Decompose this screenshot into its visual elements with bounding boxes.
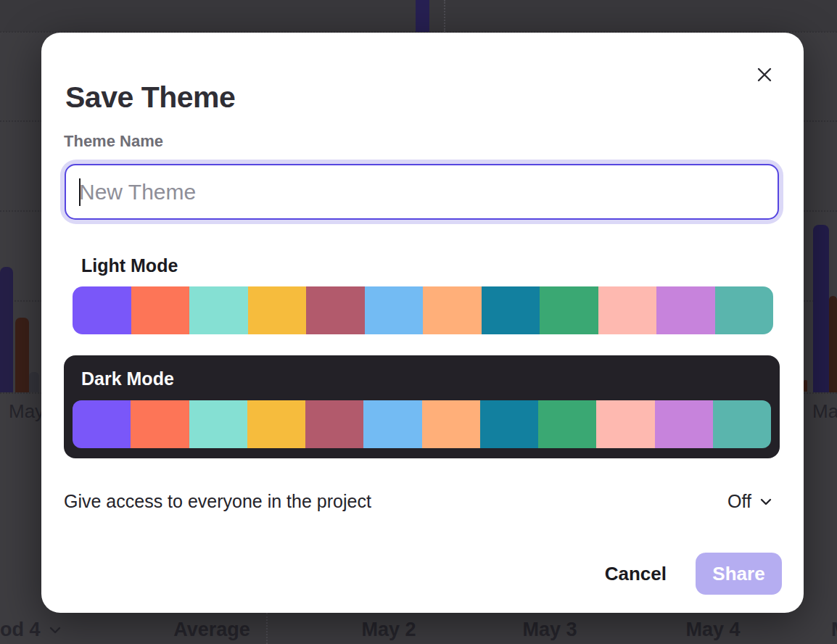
color-swatch-6 [365, 286, 424, 334]
axis-label-text: M [831, 619, 837, 641]
x-axis-label-right: Ma [812, 400, 837, 423]
color-swatch-11 [655, 400, 713, 448]
modal-title: Save Theme [65, 80, 235, 115]
x-axis-label-left: May [9, 400, 44, 423]
color-swatch-3 [189, 286, 248, 334]
color-swatch-5 [305, 400, 363, 448]
color-swatch-1 [73, 286, 131, 334]
gridline-vertical [444, 0, 445, 32]
access-value: Off [727, 491, 751, 512]
bar-right-indigo [813, 225, 829, 392]
gridline-vertical [266, 613, 268, 644]
color-swatch-2 [131, 400, 189, 448]
access-dropdown[interactable]: Off [727, 491, 772, 512]
axis-label-text: May 3 [522, 619, 577, 641]
theme-name-label: Theme Name [64, 132, 163, 151]
access-row: Give access to everyone in the project O… [64, 491, 788, 512]
close-icon[interactable] [749, 59, 780, 91]
dark-mode-label: Dark Mode [81, 368, 174, 389]
theme-name-input[interactable] [65, 164, 779, 220]
bar-left-indigo [0, 267, 13, 392]
chevron-down-icon [49, 627, 61, 634]
axis-label-may-3: May 3 [522, 619, 577, 641]
color-swatch-9 [540, 286, 598, 334]
modal-footer: Cancel Share [605, 553, 782, 595]
dark-mode-card: Dark Mode [64, 355, 780, 458]
color-swatch-4 [247, 400, 305, 448]
color-swatch-8 [482, 286, 540, 334]
bar-top-indigo [416, 0, 429, 32]
color-swatch-6 [363, 400, 421, 448]
color-swatch-2 [131, 286, 190, 334]
color-swatch-5 [306, 286, 365, 334]
axis-label-text: od 4 [0, 619, 41, 641]
color-swatch-3 [189, 400, 247, 448]
text-caret [79, 178, 81, 206]
bar-right-sliver [804, 380, 807, 392]
axis-label-may-4: May 4 [685, 619, 740, 641]
bar-left-red [15, 318, 29, 392]
color-swatch-12 [715, 286, 774, 334]
color-swatch-10 [598, 286, 657, 334]
theme-name-focus-ring [60, 160, 783, 224]
axis-label-m: M [831, 619, 837, 641]
axis-label-text: Average [173, 619, 250, 641]
light-mode-palette [73, 286, 773, 334]
bar-right-red [829, 296, 837, 392]
chevron-down-icon [760, 498, 772, 505]
axis-label-text: May 4 [685, 619, 740, 641]
color-swatch-11 [656, 286, 715, 334]
color-swatch-7 [423, 286, 482, 334]
axis-label-average: Average [173, 619, 250, 641]
color-swatch-4 [248, 286, 307, 334]
axis-label-may-2: May 2 [361, 619, 416, 641]
axis-label-text: May 2 [361, 619, 416, 641]
color-swatch-8 [480, 400, 538, 448]
share-button[interactable]: Share [696, 553, 782, 595]
color-swatch-10 [596, 400, 654, 448]
cancel-button[interactable]: Cancel [605, 563, 667, 585]
dark-mode-palette [73, 400, 771, 448]
access-label: Give access to everyone in the project [64, 491, 371, 512]
color-swatch-12 [713, 400, 771, 448]
axis-label-od-4[interactable]: od 4 [0, 619, 61, 641]
save-theme-modal: Save Theme Theme Name Light Mode Dark Mo… [41, 33, 804, 613]
color-swatch-7 [422, 400, 480, 448]
color-swatch-9 [538, 400, 596, 448]
light-mode-label: Light Mode [81, 255, 178, 276]
bar-left-gray [29, 372, 39, 392]
color-swatch-1 [73, 400, 131, 448]
x-icon [756, 66, 773, 83]
